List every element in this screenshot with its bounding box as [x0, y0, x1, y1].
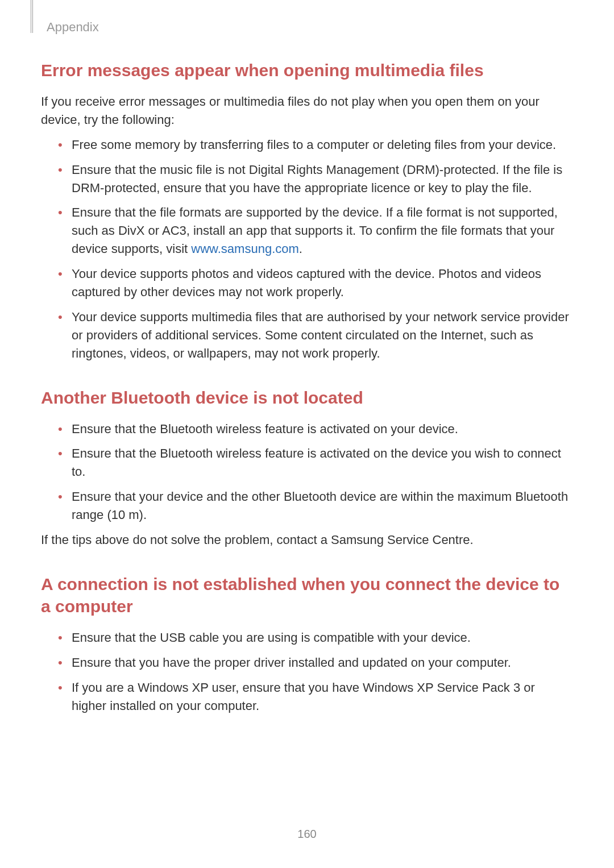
list-item: Ensure that you have the proper driver i…	[58, 654, 573, 672]
outro-paragraph: If the tips above do not solve the probl…	[41, 531, 573, 549]
intro-paragraph: If you receive error messages or multime…	[41, 93, 573, 129]
heading-error-messages: Error messages appear when opening multi…	[41, 59, 573, 81]
list-item: Ensure that the file formats are support…	[58, 203, 573, 258]
heading-bluetooth: Another Bluetooth device is not located	[41, 387, 573, 409]
header-marker	[31, 0, 33, 33]
list-item-text: Ensure that the file formats are support…	[72, 205, 558, 256]
list-item: Your device supports photos and videos c…	[58, 265, 573, 301]
list-bluetooth: Ensure that the Bluetooth wireless featu…	[41, 420, 573, 524]
list-item: Ensure that the USB cable you are using …	[58, 629, 573, 647]
list-item: Ensure that the Bluetooth wireless featu…	[58, 420, 573, 438]
samsung-link[interactable]: www.samsung.com	[191, 242, 299, 256]
page-number: 160	[0, 828, 614, 841]
list-item: Ensure that your device and the other Bl…	[58, 488, 573, 524]
list-item: Ensure that the Bluetooth wireless featu…	[58, 445, 573, 481]
list-error-messages: Free some memory by transferring files t…	[41, 136, 573, 363]
list-item: Free some memory by transferring files t…	[58, 136, 573, 154]
list-item: Your device supports multimedia files th…	[58, 308, 573, 363]
list-item-suffix: .	[299, 242, 302, 256]
list-connection: Ensure that the USB cable you are using …	[41, 629, 573, 715]
section-label: Appendix	[47, 20, 99, 35]
list-item: If you are a Windows XP user, ensure tha…	[58, 679, 573, 715]
list-item: Ensure that the music file is not Digita…	[58, 161, 573, 197]
page-content: Error messages appear when opening multi…	[0, 0, 614, 715]
heading-connection: A connection is not established when you…	[41, 573, 573, 617]
